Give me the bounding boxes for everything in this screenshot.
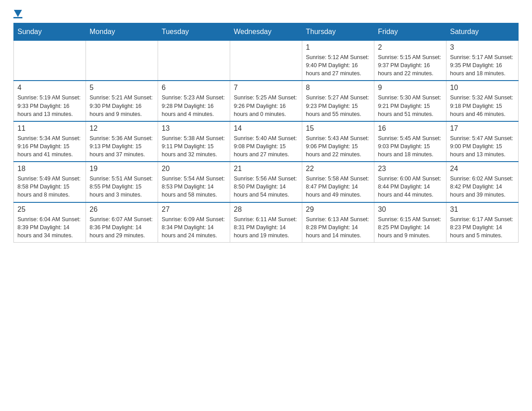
calendar-cell: 15Sunrise: 5:43 AM Sunset: 9:06 PM Dayli…	[302, 121, 374, 162]
calendar-cell: 2Sunrise: 5:15 AM Sunset: 9:37 PM Daylig…	[374, 41, 446, 81]
day-number: 22	[306, 165, 370, 173]
day-info: Sunrise: 5:30 AM Sunset: 9:21 PM Dayligh…	[378, 94, 442, 118]
calendar-cell: 20Sunrise: 5:54 AM Sunset: 8:53 PM Dayli…	[158, 162, 230, 202]
day-number: 26	[90, 206, 154, 214]
logo-text	[13, 9, 22, 16]
day-number: 20	[162, 165, 226, 173]
day-number: 29	[306, 206, 370, 214]
day-info: Sunrise: 5:51 AM Sunset: 8:55 PM Dayligh…	[90, 175, 154, 199]
day-number: 3	[450, 43, 515, 51]
day-info: Sunrise: 6:07 AM Sunset: 8:36 PM Dayligh…	[90, 215, 154, 240]
calendar-cell: 24Sunrise: 6:02 AM Sunset: 8:42 PM Dayli…	[446, 162, 519, 202]
day-info: Sunrise: 5:23 AM Sunset: 9:28 PM Dayligh…	[162, 94, 226, 118]
day-number: 19	[90, 165, 154, 173]
calendar-cell: 3Sunrise: 5:17 AM Sunset: 9:35 PM Daylig…	[446, 41, 519, 81]
day-number: 28	[234, 206, 298, 214]
logo	[13, 9, 22, 18]
day-number: 14	[234, 124, 298, 133]
day-info: Sunrise: 5:47 AM Sunset: 9:00 PM Dayligh…	[450, 134, 515, 158]
calendar-cell: 16Sunrise: 5:45 AM Sunset: 9:03 PM Dayli…	[374, 121, 446, 162]
day-number: 9	[378, 84, 442, 92]
day-header-tuesday: Tuesday	[158, 23, 230, 41]
day-number: 11	[17, 124, 82, 133]
calendar-cell	[230, 41, 302, 81]
calendar-cell	[158, 41, 230, 81]
day-info: Sunrise: 5:56 AM Sunset: 8:50 PM Dayligh…	[234, 175, 298, 199]
calendar-cell: 28Sunrise: 6:11 AM Sunset: 8:31 PM Dayli…	[230, 202, 302, 243]
calendar-week-5: 25Sunrise: 6:04 AM Sunset: 8:39 PM Dayli…	[14, 202, 519, 243]
calendar-header-row: SundayMondayTuesdayWednesdayThursdayFrid…	[14, 23, 519, 41]
day-info: Sunrise: 6:15 AM Sunset: 8:25 PM Dayligh…	[378, 215, 442, 240]
calendar-cell: 6Sunrise: 5:23 AM Sunset: 9:28 PM Daylig…	[158, 81, 230, 121]
calendar-cell: 10Sunrise: 5:32 AM Sunset: 9:18 PM Dayli…	[446, 81, 519, 121]
day-number: 4	[17, 84, 82, 92]
day-number: 25	[17, 206, 82, 214]
calendar-cell: 23Sunrise: 6:00 AM Sunset: 8:44 PM Dayli…	[374, 162, 446, 202]
day-header-friday: Friday	[374, 23, 446, 41]
day-number: 27	[162, 206, 226, 214]
day-number: 2	[378, 43, 442, 51]
day-info: Sunrise: 5:12 AM Sunset: 9:40 PM Dayligh…	[306, 53, 370, 77]
day-info: Sunrise: 6:11 AM Sunset: 8:31 PM Dayligh…	[234, 215, 298, 240]
day-number: 5	[90, 84, 154, 92]
day-number: 21	[234, 165, 298, 173]
calendar-cell: 17Sunrise: 5:47 AM Sunset: 9:00 PM Dayli…	[446, 121, 519, 162]
day-number: 24	[450, 165, 515, 173]
calendar-cell: 7Sunrise: 5:25 AM Sunset: 9:26 PM Daylig…	[230, 81, 302, 121]
day-info: Sunrise: 5:32 AM Sunset: 9:18 PM Dayligh…	[450, 94, 515, 118]
day-info: Sunrise: 5:49 AM Sunset: 8:58 PM Dayligh…	[17, 175, 82, 199]
day-info: Sunrise: 5:15 AM Sunset: 9:37 PM Dayligh…	[378, 53, 442, 77]
calendar-cell: 5Sunrise: 5:21 AM Sunset: 9:30 PM Daylig…	[86, 81, 158, 121]
calendar-week-3: 11Sunrise: 5:34 AM Sunset: 9:16 PM Dayli…	[14, 121, 519, 162]
day-info: Sunrise: 6:04 AM Sunset: 8:39 PM Dayligh…	[17, 215, 82, 240]
day-info: Sunrise: 5:43 AM Sunset: 9:06 PM Dayligh…	[306, 134, 370, 158]
calendar-cell: 30Sunrise: 6:15 AM Sunset: 8:25 PM Dayli…	[374, 202, 446, 243]
calendar-cell: 29Sunrise: 6:13 AM Sunset: 8:28 PM Dayli…	[302, 202, 374, 243]
day-number: 1	[306, 43, 370, 51]
day-number: 15	[306, 124, 370, 133]
calendar-cell	[14, 41, 86, 81]
calendar-cell: 9Sunrise: 5:30 AM Sunset: 9:21 PM Daylig…	[374, 81, 446, 121]
calendar-cell: 18Sunrise: 5:49 AM Sunset: 8:58 PM Dayli…	[14, 162, 86, 202]
calendar-cell: 22Sunrise: 5:58 AM Sunset: 8:47 PM Dayli…	[302, 162, 374, 202]
day-info: Sunrise: 5:25 AM Sunset: 9:26 PM Dayligh…	[234, 94, 298, 118]
day-number: 23	[378, 165, 442, 173]
day-number: 6	[162, 84, 226, 92]
day-info: Sunrise: 5:38 AM Sunset: 9:11 PM Dayligh…	[162, 134, 226, 158]
calendar-table: SundayMondayTuesdayWednesdayThursdayFrid…	[13, 23, 519, 243]
calendar-cell: 27Sunrise: 6:09 AM Sunset: 8:34 PM Dayli…	[158, 202, 230, 243]
calendar-cell: 8Sunrise: 5:27 AM Sunset: 9:23 PM Daylig…	[302, 81, 374, 121]
day-header-sunday: Sunday	[14, 23, 86, 41]
day-info: Sunrise: 5:54 AM Sunset: 8:53 PM Dayligh…	[162, 175, 226, 199]
day-header-monday: Monday	[86, 23, 158, 41]
day-info: Sunrise: 6:17 AM Sunset: 8:23 PM Dayligh…	[450, 215, 515, 240]
day-info: Sunrise: 5:21 AM Sunset: 9:30 PM Dayligh…	[90, 94, 154, 118]
day-info: Sunrise: 6:00 AM Sunset: 8:44 PM Dayligh…	[378, 175, 442, 199]
day-info: Sunrise: 5:34 AM Sunset: 9:16 PM Dayligh…	[17, 134, 82, 158]
day-info: Sunrise: 5:45 AM Sunset: 9:03 PM Dayligh…	[378, 134, 442, 158]
day-info: Sunrise: 5:27 AM Sunset: 9:23 PM Dayligh…	[306, 94, 370, 118]
calendar-cell: 26Sunrise: 6:07 AM Sunset: 8:36 PM Dayli…	[86, 202, 158, 243]
day-number: 18	[17, 165, 82, 173]
calendar-cell	[86, 41, 158, 81]
calendar-week-2: 4Sunrise: 5:19 AM Sunset: 9:33 PM Daylig…	[14, 81, 519, 121]
day-header-saturday: Saturday	[446, 23, 519, 41]
calendar-cell: 21Sunrise: 5:56 AM Sunset: 8:50 PM Dayli…	[230, 162, 302, 202]
day-number: 31	[450, 206, 515, 214]
day-number: 7	[234, 84, 298, 92]
calendar-cell: 12Sunrise: 5:36 AM Sunset: 9:13 PM Dayli…	[86, 121, 158, 162]
day-info: Sunrise: 5:19 AM Sunset: 9:33 PM Dayligh…	[17, 94, 82, 118]
calendar-cell: 31Sunrise: 6:17 AM Sunset: 8:23 PM Dayli…	[446, 202, 519, 243]
page-header	[13, 9, 519, 18]
calendar-week-4: 18Sunrise: 5:49 AM Sunset: 8:58 PM Dayli…	[14, 162, 519, 202]
day-info: Sunrise: 6:13 AM Sunset: 8:28 PM Dayligh…	[306, 215, 370, 240]
day-info: Sunrise: 5:36 AM Sunset: 9:13 PM Dayligh…	[90, 134, 154, 158]
day-header-thursday: Thursday	[302, 23, 374, 41]
day-number: 10	[450, 84, 515, 92]
calendar-cell: 25Sunrise: 6:04 AM Sunset: 8:39 PM Dayli…	[14, 202, 86, 243]
calendar-cell: 14Sunrise: 5:40 AM Sunset: 9:08 PM Dayli…	[230, 121, 302, 162]
day-info: Sunrise: 5:17 AM Sunset: 9:35 PM Dayligh…	[450, 53, 515, 77]
calendar-cell: 11Sunrise: 5:34 AM Sunset: 9:16 PM Dayli…	[14, 121, 86, 162]
calendar-cell: 4Sunrise: 5:19 AM Sunset: 9:33 PM Daylig…	[14, 81, 86, 121]
day-number: 8	[306, 84, 370, 92]
